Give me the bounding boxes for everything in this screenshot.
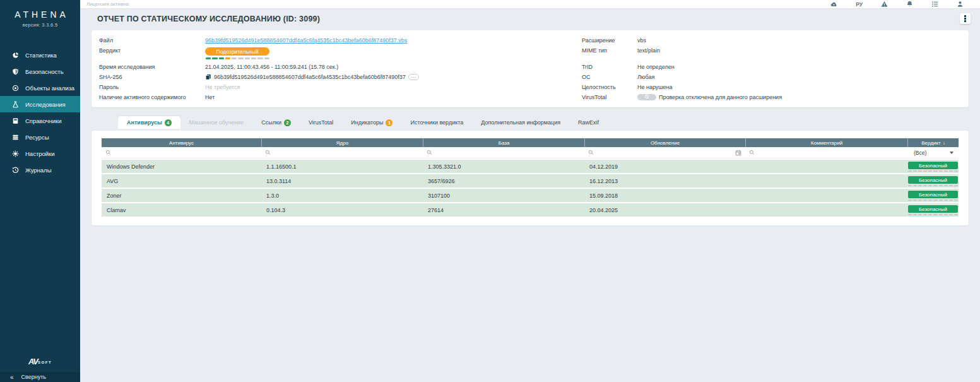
table-row[interactable]: Windows Defender1.1.16500.11.305.3321.00…: [102, 160, 959, 173]
detail-label: Наличие активного содержимого: [99, 93, 205, 100]
task-list-icon[interactable]: [931, 1, 938, 8]
column-header-3[interactable]: База: [423, 138, 584, 147]
license-status: Лицензия активна: [86, 1, 129, 7]
file-link[interactable]: 96b39fd519526d491e588854607ddf4a5c6fa453…: [205, 37, 407, 44]
meter-segment: [918, 200, 922, 201]
sidebar-item[interactable]: Ресурсы: [0, 129, 80, 145]
detail-row: Наличие активного содержимогоНет: [99, 93, 582, 102]
sidebar-item[interactable]: Исследования: [0, 96, 80, 112]
meter-segment: [251, 57, 256, 59]
column-header-4[interactable]: Обновление: [584, 138, 745, 147]
search-icon: [265, 150, 271, 155]
detail-label: Файл: [99, 36, 205, 44]
meter-segment: [939, 200, 943, 201]
tab-дополнительная-информация[interactable]: Дополнительная информация: [472, 116, 569, 129]
tab-антивирусы[interactable]: Антивирусы4: [118, 116, 180, 129]
meter-segment: [933, 200, 937, 201]
row-verdict-meter: [908, 185, 958, 186]
shield-icon: [11, 68, 19, 75]
detail-value: Проверка отключена для данного расширени…: [637, 93, 782, 100]
column-header-2[interactable]: Ядро: [261, 138, 423, 147]
column-header-1[interactable]: Антивирус: [102, 138, 261, 147]
tab-rawexif[interactable]: RawExif: [569, 116, 608, 129]
sidebar-item-label: Справочники: [25, 117, 62, 124]
row-verdict-badge: Безопасный: [908, 176, 958, 184]
meter-segment: [913, 214, 917, 215]
sidebar-item[interactable]: Объекты анализа: [0, 80, 80, 96]
antivirus-table-card: АнтивирусЯдроБазаОбновлениеКомментарийВе…: [92, 131, 969, 225]
detail-row: ЦелостностьНе нарушена: [582, 83, 961, 92]
detail-row: SHA-25696b39fd519526d491e588854607ddf4a5…: [99, 73, 582, 82]
tab-virustotal[interactable]: VirusTotal: [300, 116, 342, 129]
sidebar-item[interactable]: Журналы: [0, 162, 80, 178]
sidebar-item[interactable]: Безопасность: [0, 63, 80, 80]
table-header-row: АнтивирусЯдроБазаОбновлениеКомментарийВе…: [102, 138, 959, 147]
sidebar-item-label: Исследования: [25, 101, 66, 108]
sidebar-item-label: Журналы: [25, 167, 52, 174]
sidebar-item[interactable]: Справочники: [0, 112, 80, 129]
filter-input-2[interactable]: [261, 147, 423, 158]
sort-down-icon: ↓: [943, 140, 945, 146]
page-menu-button[interactable]: [960, 13, 971, 24]
detail-value: Любая: [637, 73, 654, 80]
cell-core: 0.104.3: [261, 203, 423, 217]
app-logo: ATHENA версия: 3.3.6.5: [0, 0, 80, 28]
cell-core: 13.0.3114: [261, 174, 423, 188]
book-icon: [11, 117, 19, 124]
filter-input-1[interactable]: [102, 147, 261, 158]
table-row[interactable]: Zoner1.3.0310710015.09.2018Безопасный: [102, 189, 959, 202]
detail-label: Целостность: [582, 83, 637, 90]
filter-input-4[interactable]: [584, 147, 745, 158]
search-icon: [588, 150, 594, 155]
cell-comment: [745, 203, 907, 217]
detail-value: Нет: [205, 93, 215, 100]
detail-value-text: Не требуется: [205, 84, 240, 90]
meter-segment: [913, 200, 917, 201]
collapse-label: Свернуть: [21, 374, 46, 380]
cell-updated: 20.04.2025: [584, 203, 745, 217]
detail-label: Расширение: [582, 36, 637, 44]
detail-label: TrID: [582, 63, 637, 70]
tab-ссылки[interactable]: Ссылки2: [252, 116, 300, 129]
detail-value: text/plain: [637, 46, 660, 54]
cell-base: 3657/6926: [423, 174, 584, 188]
sidebar-item-label: Объекты анализа: [25, 85, 74, 92]
table-row[interactable]: Clamav0.104.32761420.04.2025Безопасный: [102, 203, 959, 217]
sidebar-item[interactable]: Статистика: [0, 47, 80, 63]
expand-hash-button[interactable]: ...: [408, 74, 419, 80]
verdict-filter-select[interactable]: (Все): [907, 147, 959, 158]
filter-input-3[interactable]: [423, 147, 584, 158]
column-header-6[interactable]: Вердикт↓: [907, 138, 959, 147]
sidebar-item[interactable]: Настройки: [0, 145, 80, 162]
table-filter-row: (Все): [102, 147, 959, 158]
copy-icon[interactable]: [205, 74, 211, 80]
cell-antivirus: Clamav: [102, 203, 261, 217]
detail-value-text: Любая: [637, 74, 654, 80]
sidebar-collapse-button[interactable]: « Свернуть: [0, 372, 80, 382]
user-icon[interactable]: [957, 1, 964, 8]
cell-updated: 04.12.2019: [584, 160, 745, 173]
filter-input-5[interactable]: [745, 147, 907, 158]
meter-segment: [238, 57, 243, 59]
meter-segment: [954, 185, 958, 186]
avsoft-logo-soft: SOFT: [38, 361, 52, 364]
tab-label: Дополнительная информация: [481, 119, 560, 126]
verdict-badge: Подозрительный: [205, 47, 269, 56]
bell-icon[interactable]: [906, 1, 913, 8]
table-row[interactable]: AVG13.0.31143657/692616.12.2013Безопасны…: [102, 174, 959, 188]
column-header-5[interactable]: Комментарий: [745, 138, 907, 147]
meter-segment: [913, 185, 917, 186]
meter-segment: [923, 200, 927, 201]
stack-icon: [11, 133, 19, 141]
calendar-icon[interactable]: [735, 150, 741, 156]
detail-label: SHA-256: [99, 73, 205, 80]
cloud-upload-icon[interactable]: [830, 1, 837, 8]
language-switcher[interactable]: РУ: [856, 1, 863, 8]
warning-icon[interactable]: [881, 1, 888, 8]
tab-источники-вердикта[interactable]: Источники вердикта: [401, 116, 472, 129]
meter-segment: [923, 214, 927, 215]
tab-индикаторы[interactable]: Индикаторы1: [342, 116, 401, 129]
meter-segment: [928, 185, 932, 186]
meter-segment: [939, 185, 943, 186]
search-icon: [105, 150, 111, 155]
